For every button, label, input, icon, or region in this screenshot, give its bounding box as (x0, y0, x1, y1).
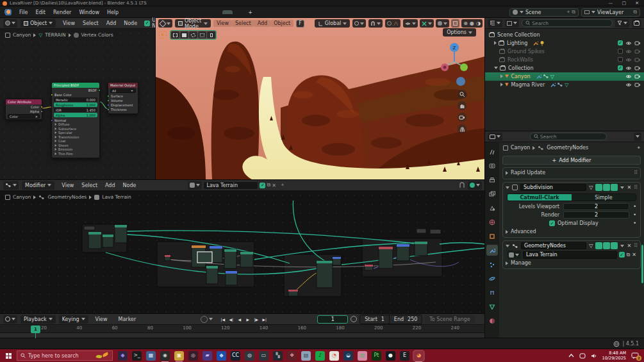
tab-material[interactable] (486, 315, 498, 326)
playback-dropdown[interactable]: Playback (21, 315, 56, 324)
outliner-row-collection[interactable]: Collection ✓ (485, 64, 644, 72)
close-button[interactable]: ✕ (635, 1, 639, 6)
prev-keyframe-button[interactable]: ◀| (227, 316, 235, 323)
select-lasso-tool-button[interactable] (198, 31, 206, 38)
tab-particles[interactable] (486, 259, 498, 270)
modifier-name-field[interactable]: Subdivision (520, 184, 586, 191)
menu-item[interactable]: Select (232, 20, 254, 27)
menu-item[interactable]: Select (79, 19, 103, 28)
pan-hand-icon[interactable] (458, 101, 466, 110)
grid-perspective-icon[interactable] (458, 124, 466, 133)
visibility-dropdown[interactable] (403, 19, 418, 28)
optimal-display-checkbox[interactable]: ✓ (549, 220, 555, 226)
node-input-row[interactable]: Displacement (108, 103, 138, 107)
next-keyframe-button[interactable]: |▶ (252, 316, 260, 323)
node-slider[interactable]: Roughness1.000 (54, 103, 97, 107)
viewport-3d[interactable]: Object Mode ViewSelectAddObject F Global (156, 18, 485, 180)
tab-constraints[interactable] (486, 287, 498, 298)
levels-viewport-field[interactable]: 2 (563, 203, 629, 210)
filter-type-dropdown[interactable] (505, 19, 519, 28)
navigation-gizmo[interactable]: Z (439, 41, 470, 74)
tab-physics[interactable] (486, 273, 498, 284)
solid-shading-icon[interactable]: ● (470, 21, 474, 26)
chevron-down-icon[interactable] (620, 186, 624, 190)
tab-tool[interactable] (486, 146, 498, 157)
simple-button[interactable]: Simple (572, 194, 636, 201)
eye-icon[interactable] (625, 49, 632, 54)
unlink-icon[interactable]: ✕ (632, 252, 636, 258)
manage-section-label[interactable]: Manage (511, 260, 531, 266)
eye-icon[interactable] (625, 41, 632, 45)
taskbar-app-steam[interactable]: ◒ (343, 351, 353, 361)
menu-item[interactable]: Object (270, 20, 293, 27)
rapid-update-panel[interactable]: Rapid Update ⠿ (502, 167, 641, 179)
add-workspace-button[interactable]: + (244, 8, 256, 17)
taskbar-app-photoshop[interactable]: Pt (372, 351, 381, 361)
tab-world[interactable] (486, 217, 498, 227)
menu-item[interactable]: View (59, 19, 79, 28)
select-circle-tool-button[interactable] (189, 31, 197, 38)
outliner-row-ground-spikes[interactable]: Ground Spikes (485, 47, 644, 56)
eye-icon[interactable] (625, 74, 632, 79)
display-mode-dropdown[interactable] (488, 19, 502, 28)
end-frame-field[interactable]: End250 (389, 315, 422, 324)
outliner-search[interactable] (522, 19, 613, 27)
taskbar-app-calculator[interactable]: ▦ (146, 351, 156, 361)
options-button[interactable]: Options (443, 28, 476, 37)
notification-center-button[interactable]: 2 (631, 352, 639, 359)
workspace-tab[interactable] (222, 10, 233, 14)
taskbar-app-file-explorer[interactable]: ▣ (174, 351, 184, 361)
taskbar-app-camera-tool[interactable]: ◎ (188, 351, 198, 361)
workspace-tab[interactable] (233, 10, 243, 14)
outliner-row-scene-collection[interactable]: Scene Collection (485, 31, 644, 39)
modifier-display-toggles[interactable] (595, 242, 618, 249)
pin-icon[interactable]: ⌖ (567, 9, 570, 15)
exclude-checkbox[interactable] (618, 49, 623, 54)
keying-dropdown[interactable]: Keying (59, 315, 88, 324)
camera-icon[interactable] (634, 57, 641, 62)
taskbar-app-gallery[interactable]: ▧ (358, 351, 367, 361)
tab-scene[interactable] (486, 202, 498, 213)
material-shading-icon[interactable]: ◑ (476, 21, 481, 26)
tweak-tool-button[interactable] (171, 31, 179, 38)
start-button[interactable] (0, 349, 17, 362)
overlay-toggle-dropdown[interactable] (468, 181, 482, 190)
properties-search[interactable] (530, 133, 607, 140)
color-attribute-name-field[interactable]: Color✕ (8, 114, 40, 119)
eye-icon[interactable] (625, 58, 632, 62)
exclude-checkbox[interactable]: ✓ (618, 65, 623, 70)
workspace-tab[interactable] (181, 10, 192, 14)
fake-user-shield-button[interactable]: ✓ (260, 183, 265, 188)
taskbar-app-cc-chat[interactable]: CC (231, 351, 240, 361)
menu-item[interactable]: Render (49, 8, 75, 17)
taskbar-app-drive[interactable]: ◆ (217, 351, 226, 361)
menu-item[interactable]: Help (103, 8, 122, 17)
socket-color[interactable] (40, 106, 43, 108)
taskbar-app-obs[interactable]: ◉ (160, 351, 170, 361)
node-tree-type-button[interactable] (188, 181, 202, 190)
play-button[interactable]: ▶ (244, 316, 251, 323)
pin-icon[interactable]: ⌖ (637, 145, 640, 151)
maximize-button[interactable]: ▢ (622, 1, 627, 6)
editor-type-button[interactable] (158, 19, 172, 28)
socket-normal[interactable] (51, 119, 53, 122)
animate-dot[interactable]: • (633, 212, 636, 218)
minimize-button[interactable]: — (609, 1, 613, 6)
editor-type-button[interactable] (3, 315, 17, 324)
taskbar-search[interactable]: Type here to search (17, 350, 113, 361)
expand-icon[interactable] (500, 74, 503, 78)
copy-icon[interactable]: ⧉ (267, 182, 270, 188)
taskbar-app-blender[interactable]: ◕ (414, 351, 424, 361)
close-icon[interactable]: ✕ (35, 115, 38, 119)
node-tree-name-field[interactable]: Lava Terrain (203, 181, 258, 190)
playhead[interactable]: 1 (31, 325, 40, 333)
tray-app-icon[interactable] (579, 353, 586, 359)
menu-item[interactable]: Add (101, 181, 119, 190)
start-frame-field[interactable]: Start1 (360, 315, 389, 324)
camera-view-dot[interactable] (456, 77, 465, 86)
workspace-tab[interactable] (130, 10, 140, 14)
scrollbar[interactable] (641, 245, 643, 283)
tab-output[interactable] (486, 174, 498, 185)
delete-modifier-icon[interactable]: ✕ (627, 243, 631, 249)
shader-mode-dropdown[interactable]: Object (21, 19, 56, 28)
